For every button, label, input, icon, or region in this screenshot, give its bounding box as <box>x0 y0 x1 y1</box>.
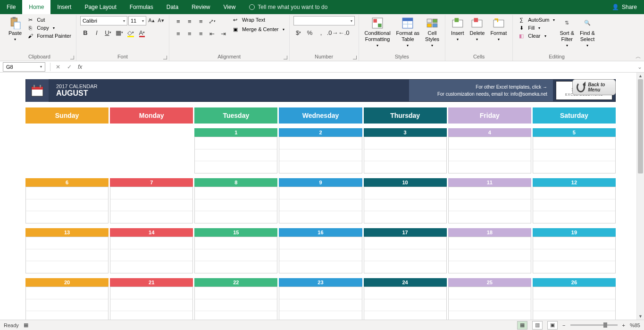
tab-data[interactable]: Data <box>160 0 185 14</box>
zoom-out-button[interactable]: − <box>562 322 565 328</box>
calendar-cell-body[interactable] <box>110 237 193 273</box>
calendar-cell[interactable]: 10 <box>364 178 447 223</box>
cut-button[interactable]: ✂Cut <box>25 16 72 24</box>
worksheet[interactable]: 2017 CALENDAR AUGUST For other Excel tem… <box>0 73 636 320</box>
calendar-cell[interactable]: 16 <box>279 228 362 273</box>
calendar-cell-body[interactable] <box>279 187 362 223</box>
calendar-cell-body[interactable] <box>533 287 616 320</box>
calendar-cell[interactable]: 1 <box>194 128 277 173</box>
calendar-cell[interactable]: 7 <box>110 178 193 223</box>
fx-icon[interactable]: fx <box>75 64 85 70</box>
calendar-cell[interactable] <box>110 128 193 173</box>
calendar-cell[interactable]: 20 <box>25 278 109 320</box>
share-button[interactable]: 👤Share <box>605 0 644 14</box>
calendar-cell-body[interactable] <box>279 137 362 173</box>
conditional-formatting-button[interactable]: Conditional Formatting▾ <box>363 16 393 49</box>
tab-review[interactable]: Review <box>185 0 217 14</box>
calendar-cell[interactable]: 14 <box>110 228 193 273</box>
calendar-cell[interactable]: 18 <box>448 228 531 273</box>
tab-formulas[interactable]: Formulas <box>123 0 160 14</box>
cell-styles-button[interactable]: Cell Styles▾ <box>423 16 441 49</box>
name-box[interactable]: G8▾ <box>3 62 45 72</box>
underline-button[interactable]: U▾ <box>103 27 113 38</box>
dialog-launcher-icon[interactable] <box>70 56 74 59</box>
tab-view[interactable]: View <box>217 0 243 14</box>
bold-button[interactable]: B <box>80 27 91 38</box>
find-select-button[interactable]: 🔍Find & Select▾ <box>578 16 597 49</box>
back-to-menu-button[interactable]: Back to Menu <box>572 79 616 95</box>
calendar-cell[interactable]: 11 <box>448 178 531 223</box>
cancel-formula-button[interactable]: ✕ <box>52 64 64 70</box>
calendar-cell[interactable]: 23 <box>279 278 362 320</box>
decrease-font-button[interactable]: A▾ <box>157 16 165 25</box>
tell-me[interactable]: Tell me what you want to do <box>242 0 335 14</box>
calendar-cell-body[interactable] <box>533 237 616 273</box>
align-center-button[interactable]: ≡ <box>184 28 195 39</box>
calendar-cell[interactable]: 4 <box>448 128 531 173</box>
calendar-cell[interactable]: 21 <box>110 278 193 320</box>
wrap-text-button[interactable]: ↩Wrap Text <box>231 16 285 24</box>
font-name-combo[interactable]: Calibri▾ <box>80 16 127 25</box>
enter-formula-button[interactable]: ✓ <box>64 64 75 70</box>
tab-insert[interactable]: Insert <box>50 0 78 14</box>
merge-center-button[interactable]: ▣Merge & Center▾ <box>231 25 285 33</box>
calendar-cell[interactable]: 13 <box>25 228 109 273</box>
calendar-cell[interactable]: 19 <box>533 228 616 273</box>
calendar-cell[interactable]: 15 <box>194 228 277 273</box>
insert-cells-button[interactable]: Insert▾ <box>449 16 466 43</box>
clear-button[interactable]: ◧Clear▾ <box>517 32 556 40</box>
vertical-scrollbar[interactable]: ▲ ▼ <box>636 73 644 320</box>
dialog-launcher-icon[interactable] <box>163 56 167 59</box>
sort-filter-button[interactable]: ⇅Sort & Filter▾ <box>558 16 576 49</box>
paste-button[interactable]: Paste▾ <box>7 16 24 43</box>
calendar-cell-body[interactable] <box>533 187 616 223</box>
calendar-cell-body[interactable] <box>110 137 193 173</box>
align-middle-button[interactable]: ≡ <box>184 16 195 26</box>
scroll-down-button[interactable]: ▼ <box>637 313 644 320</box>
normal-view-button[interactable]: ▦ <box>517 321 527 330</box>
font-color-button[interactable]: A▾ <box>137 27 147 38</box>
calendar-cell[interactable]: 6 <box>25 178 109 223</box>
calendar-cell[interactable]: 25 <box>448 278 531 320</box>
calendar-cell-body[interactable] <box>194 137 277 173</box>
calendar-cell[interactable]: 12 <box>533 178 616 223</box>
dialog-launcher-icon[interactable] <box>284 56 287 59</box>
calendar-cell[interactable]: 3 <box>364 128 447 173</box>
calendar-cell-body[interactable] <box>448 187 531 223</box>
decrease-decimal-button[interactable]: ←.0 <box>339 27 349 38</box>
formula-input[interactable] <box>85 62 636 72</box>
format-as-table-button[interactable]: Format as Table▾ <box>394 16 422 49</box>
calendar-cell[interactable] <box>25 128 109 173</box>
fill-color-button[interactable]: ◇▾ <box>125 27 136 38</box>
borders-button[interactable]: ▦▾ <box>114 27 125 38</box>
align-left-button[interactable]: ≡ <box>173 28 184 39</box>
increase-font-button[interactable]: A▴ <box>147 16 156 25</box>
zoom-in-button[interactable]: + <box>622 322 625 328</box>
page-layout-view-button[interactable]: ▥ <box>532 321 543 330</box>
percent-button[interactable]: % <box>305 27 315 38</box>
calendar-cell[interactable]: 24 <box>364 278 447 320</box>
calendar-cell-body[interactable] <box>533 137 616 173</box>
calendar-cell-body[interactable] <box>25 137 109 173</box>
accounting-format-button[interactable]: $▾ <box>293 27 304 38</box>
calendar-cell[interactable]: 17 <box>364 228 447 273</box>
expand-formula-bar-button[interactable]: ⌄ <box>636 64 644 70</box>
calendar-cell-body[interactable] <box>364 187 447 223</box>
calendar-cell[interactable]: 22 <box>194 278 277 320</box>
calendar-cell-body[interactable] <box>25 237 109 273</box>
calendar-cell[interactable]: 2 <box>279 128 362 173</box>
calendar-cell[interactable]: 9 <box>279 178 362 223</box>
calendar-cell[interactable]: 8 <box>194 178 277 223</box>
tab-file[interactable]: File <box>0 0 22 14</box>
zoom-level[interactable]: %85 <box>630 322 640 328</box>
italic-button[interactable]: I <box>92 27 102 38</box>
calendar-cell-body[interactable] <box>110 287 193 320</box>
autosum-button[interactable]: ∑AutoSum▾ <box>517 16 556 24</box>
scroll-thumb[interactable] <box>638 79 643 173</box>
calendar-cell[interactable]: 5 <box>533 128 616 173</box>
comma-button[interactable]: , <box>316 27 326 38</box>
dialog-launcher-icon[interactable] <box>353 56 357 59</box>
align-top-button[interactable]: ≡ <box>173 16 184 26</box>
calendar-cell-body[interactable] <box>364 237 447 273</box>
calendar-cell-body[interactable] <box>194 287 277 320</box>
